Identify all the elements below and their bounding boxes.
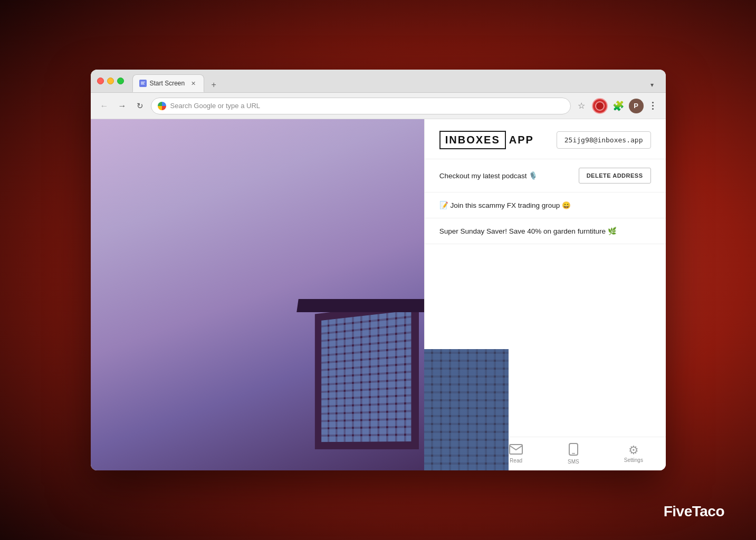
svg-rect-2 [141,83,144,83]
app-logo-suffix: APP [509,134,534,146]
address-bar: ← → ↻ Search Google or type a URL ☆ 🧩 P [91,93,666,119]
email-item[interactable]: 📝 Join this scammy FX trading group 😄 [425,192,666,218]
svg-rect-3 [141,84,145,84]
photo-background [91,119,424,470]
close-button[interactable] [97,78,104,84]
building-right-strip [424,349,509,470]
nav-label-settings: Settings [624,457,643,463]
svg-rect-1 [141,82,145,82]
tab-title: Start Screen [150,80,185,87]
url-bar[interactable]: Search Google or type a URL [151,98,571,114]
app-header: INBOXES APP 25ijg98@inboxes.app [425,119,666,159]
nav-label-sms: SMS [568,459,579,465]
back-button[interactable]: ← [97,99,112,113]
tab-area: Start Screen ✕ + ▾ [132,70,659,92]
building-decoration [276,259,424,470]
account-avatar[interactable]: P [629,99,644,113]
email-item[interactable]: Checkout my latest podcast 🎙️ DELETE ADD… [425,159,666,192]
minimize-button[interactable] [107,78,114,84]
refresh-button[interactable]: ↻ [133,99,148,113]
maximize-button[interactable] [117,78,124,84]
traffic-lights [97,78,124,84]
extensions-icon[interactable]: 🧩 [611,99,626,113]
fivetaco-watermark: FiveTaco [664,503,724,520]
app-logo-boxed: INBOXES [439,131,506,149]
chrome-menu-button[interactable] [647,100,659,112]
read-icon [509,444,523,457]
email-subject: Super Sunday Saver! Save 40% on garden f… [439,227,617,235]
svg-rect-7 [572,453,575,454]
active-tab[interactable]: Start Screen ✕ [132,74,205,92]
email-subject: 📝 Join this scammy FX trading group 😄 [439,201,571,209]
sms-icon [569,443,578,458]
new-tab-button[interactable]: + [206,78,221,92]
profile-indicator[interactable] [592,98,608,114]
watermark-text: FiveTaco [664,503,724,519]
nav-item-sms[interactable]: SMS [559,441,588,467]
delete-address-button[interactable]: DELETE ADDRESS [579,168,651,184]
google-logo [158,102,166,110]
tab-favicon [139,80,147,87]
tab-dropdown-button[interactable]: ▾ [645,78,659,92]
nav-label-read: Read [510,458,522,464]
url-text: Search Google or type a URL [170,102,261,110]
forward-button[interactable]: → [115,99,130,113]
email-item[interactable]: Super Sunday Saver! Save 40% on garden f… [425,218,666,244]
settings-icon: ⚙ [628,445,639,456]
tab-close-button[interactable]: ✕ [189,79,197,88]
title-bar: Start Screen ✕ + ▾ [91,70,666,93]
browser-window: Start Screen ✕ + ▾ ← → ↻ Search Google o… [91,70,666,470]
email-subject: Checkout my latest podcast 🎙️ [439,171,572,180]
browser-content: INBOXES APP 25ijg98@inboxes.app Checkout… [91,119,666,470]
app-logo-wrapper: INBOXES APP [439,131,534,149]
email-address-badge: 25ijg98@inboxes.app [557,131,651,149]
nav-item-settings[interactable]: ⚙ Settings [616,442,652,465]
bookmark-icon[interactable]: ☆ [574,99,589,113]
